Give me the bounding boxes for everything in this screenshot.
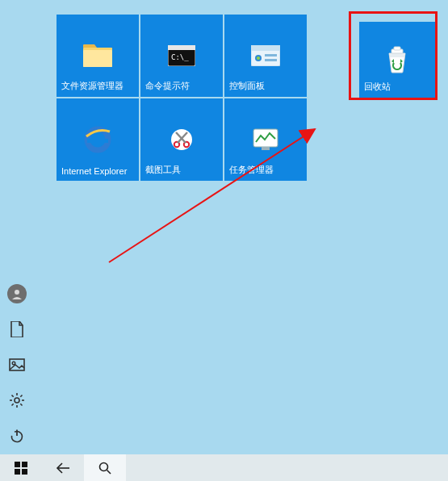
search-button[interactable]: [84, 454, 126, 481]
taskmgr-icon: [252, 115, 279, 164]
svg-rect-12: [87, 139, 108, 143]
power-button[interactable]: [6, 425, 27, 446]
tile-taskmgr[interactable]: 任务管理器: [224, 98, 307, 181]
tile-label: 文件资源管理器: [61, 80, 124, 92]
pictures-button[interactable]: [6, 354, 27, 375]
tile-label: 任务管理器: [229, 164, 274, 176]
svg-point-25: [15, 290, 19, 295]
taskbar: [0, 454, 448, 481]
svg-rect-40: [22, 462, 27, 467]
annotation-highlight-box: 回收站: [349, 11, 438, 100]
cmd-icon: C:\_: [168, 31, 195, 80]
picture-icon: [9, 358, 25, 371]
tile-control-panel[interactable]: 控制面板: [224, 15, 307, 97]
svg-line-45: [107, 470, 111, 474]
svg-rect-26: [10, 359, 24, 370]
svg-line-36: [12, 404, 14, 405]
svg-rect-9: [265, 54, 277, 56]
svg-line-34: [20, 404, 22, 405]
tile-snip[interactable]: 截图工具: [140, 98, 223, 181]
tile-recycle-bin[interactable]: 回收站: [359, 22, 435, 98]
ie-icon: [83, 115, 112, 164]
tile-label: 截图工具: [145, 164, 181, 176]
svg-rect-6: [251, 45, 280, 51]
document-icon: [10, 321, 24, 337]
search-icon: [98, 462, 111, 475]
folder-icon: [83, 31, 112, 80]
tile-label: 回收站: [364, 81, 391, 93]
windows-icon: [15, 462, 27, 475]
power-icon: [10, 429, 24, 443]
svg-rect-19: [262, 147, 270, 150]
tile-label: 控制面板: [229, 80, 265, 92]
svg-line-35: [20, 395, 22, 397]
scissors-icon: [169, 115, 195, 164]
tile-label: Internet Explorer: [61, 166, 127, 176]
svg-point-28: [15, 398, 19, 403]
svg-rect-39: [15, 462, 20, 467]
svg-line-33: [12, 395, 14, 397]
user-icon: [7, 284, 27, 303]
svg-rect-21: [394, 47, 400, 50]
control-panel-icon: [251, 31, 280, 80]
user-account-button[interactable]: [6, 283, 27, 304]
settings-button[interactable]: [6, 390, 27, 411]
recycle-bin-icon: [385, 46, 409, 73]
back-button[interactable]: [42, 454, 84, 481]
svg-rect-3: [168, 45, 195, 50]
tile-label: 命令提示符: [145, 80, 190, 92]
tile-file-explorer[interactable]: 文件资源管理器: [57, 15, 139, 97]
svg-point-27: [12, 362, 15, 365]
svg-text:C:\_: C:\_: [171, 53, 189, 61]
tile-cmd[interactable]: C:\_ 命令提示符: [140, 15, 223, 97]
arrow-left-icon: [55, 462, 71, 475]
start-button[interactable]: [0, 454, 42, 481]
start-tiles-grid: 文件资源管理器 C:\_ 命令提示符 控制面板: [57, 15, 307, 181]
svg-rect-1: [83, 50, 112, 67]
gear-icon: [9, 392, 25, 408]
start-left-rail: [0, 283, 34, 454]
svg-rect-41: [15, 469, 20, 475]
svg-rect-42: [22, 469, 27, 475]
svg-rect-10: [265, 59, 277, 61]
tile-ie[interactable]: Internet Explorer: [57, 98, 139, 181]
documents-button[interactable]: [6, 319, 27, 340]
svg-point-44: [100, 462, 108, 471]
svg-point-8: [257, 56, 260, 60]
